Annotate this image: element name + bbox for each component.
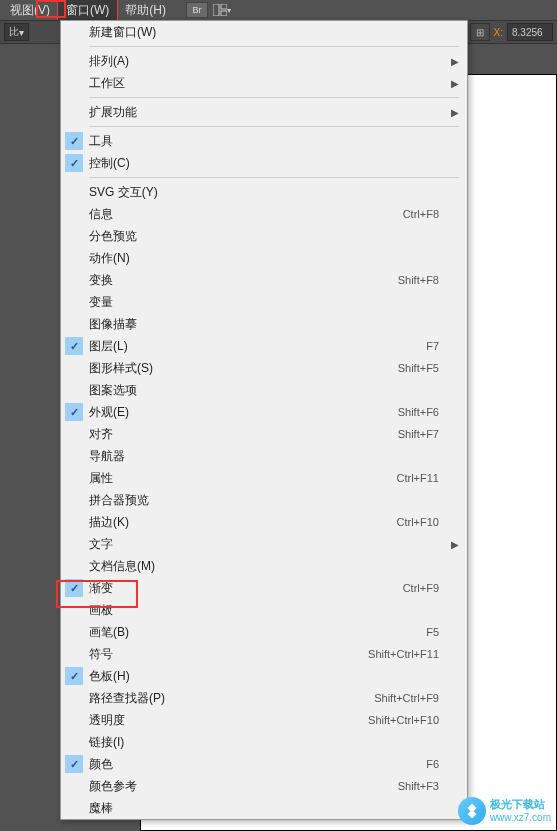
menu-item-label: 动作(N) xyxy=(87,250,447,267)
menu-item[interactable]: 拼合器预览 xyxy=(61,489,467,511)
menu-item-label: 信息 xyxy=(87,206,403,223)
menu-item[interactable]: 新建窗口(W) xyxy=(61,21,467,43)
menu-item-label: 导航器 xyxy=(87,448,447,465)
menu-item[interactable]: ✓图层(L)F7 xyxy=(61,335,467,357)
menu-item-label: 属性 xyxy=(87,470,397,487)
check-icon: ✓ xyxy=(65,667,83,685)
menu-item-label: 变换 xyxy=(87,272,398,289)
menu-item[interactable]: 对齐Shift+F7 xyxy=(61,423,467,445)
menu-item[interactable]: 图形样式(S)Shift+F5 xyxy=(61,357,467,379)
menu-view[interactable]: 视图(V) xyxy=(2,0,58,21)
menu-item[interactable]: 变换Shift+F8 xyxy=(61,269,467,291)
menu-item-label: 颜色参考 xyxy=(87,778,398,795)
menu-item[interactable]: 导航器 xyxy=(61,445,467,467)
menu-item[interactable]: 文档信息(M) xyxy=(61,555,467,577)
menu-item-label: 新建窗口(W) xyxy=(87,24,447,41)
menu-item-label: 变量 xyxy=(87,294,447,311)
menu-item[interactable]: 分色预览 xyxy=(61,225,467,247)
menu-item-label: 拼合器预览 xyxy=(87,492,447,509)
menu-item[interactable]: 魔棒 xyxy=(61,797,467,819)
x-value-field[interactable]: 8.3256 xyxy=(507,23,553,41)
menu-shortcut: Shift+Ctrl+F9 xyxy=(374,692,439,704)
menu-item-label: 色板(H) xyxy=(87,668,447,685)
menu-item-label: 扩展功能 xyxy=(87,104,447,121)
menu-item[interactable]: 图案选项 xyxy=(61,379,467,401)
menu-help[interactable]: 帮助(H) xyxy=(117,0,174,21)
menu-item-label: 控制(C) xyxy=(87,155,447,172)
menu-shortcut: Shift+F5 xyxy=(398,362,439,374)
menu-item-label: 工具 xyxy=(87,133,447,150)
watermark-url: www.xz7.com xyxy=(490,811,551,824)
menu-item[interactable]: SVG 交互(Y) xyxy=(61,181,467,203)
menu-item[interactable]: 颜色参考Shift+F3 xyxy=(61,775,467,797)
arrange-icon[interactable]: ▾ xyxy=(212,2,232,18)
submenu-arrow-icon: ▶ xyxy=(447,78,459,89)
menu-window[interactable]: 窗口(W) xyxy=(58,0,117,21)
menu-separator xyxy=(89,46,459,47)
menu-item[interactable]: 文字▶ xyxy=(61,533,467,555)
menu-item[interactable]: 变量 xyxy=(61,291,467,313)
submenu-arrow-icon: ▶ xyxy=(447,539,459,550)
check-icon: ✓ xyxy=(65,579,83,597)
menu-item[interactable]: 透明度Shift+Ctrl+F10 xyxy=(61,709,467,731)
menu-item[interactable]: ✓色板(H) xyxy=(61,665,467,687)
options-left[interactable]: 比 ▾ xyxy=(4,23,29,41)
menu-item[interactable]: 描边(K)Ctrl+F10 xyxy=(61,511,467,533)
menu-shortcut: F6 xyxy=(426,758,439,770)
menu-item-label: 颜色 xyxy=(87,756,426,773)
menu-item-label: 图层(L) xyxy=(87,338,426,355)
menu-shortcut: Shift+Ctrl+F11 xyxy=(368,648,439,660)
watermark: 极光下载站 www.xz7.com xyxy=(458,797,551,825)
menu-item-label: 描边(K) xyxy=(87,514,397,531)
menu-item-label: 图像描摹 xyxy=(87,316,447,333)
watermark-title: 极光下载站 xyxy=(490,798,551,811)
menu-item[interactable]: 图像描摹 xyxy=(61,313,467,335)
menu-item[interactable]: 扩展功能▶ xyxy=(61,101,467,123)
menubar: 视图(V) 窗口(W) 帮助(H) Br ▾ xyxy=(0,0,557,20)
menu-shortcut: Shift+F6 xyxy=(398,406,439,418)
menu-shortcut: F7 xyxy=(426,340,439,352)
menu-shortcut: Shift+F8 xyxy=(398,274,439,286)
transform-icon[interactable]: ⊞ xyxy=(470,23,490,41)
menu-shortcut: Shift+Ctrl+F10 xyxy=(368,714,439,726)
menu-item[interactable]: 属性Ctrl+F11 xyxy=(61,467,467,489)
menu-item[interactable]: 排列(A)▶ xyxy=(61,50,467,72)
menu-item[interactable]: 符号Shift+Ctrl+F11 xyxy=(61,643,467,665)
menu-item[interactable]: ✓颜色F6 xyxy=(61,753,467,775)
window-menu-dropdown: 新建窗口(W)排列(A)▶工作区▶扩展功能▶✓工具✓控制(C)SVG 交互(Y)… xyxy=(60,20,468,820)
menu-item[interactable]: 链接(I) xyxy=(61,731,467,753)
menu-shortcut: Ctrl+F10 xyxy=(397,516,440,528)
menu-shortcut: Shift+F7 xyxy=(398,428,439,440)
menu-item[interactable]: 画笔(B)F5 xyxy=(61,621,467,643)
submenu-arrow-icon: ▶ xyxy=(447,107,459,118)
menu-item[interactable]: ✓外观(E)Shift+F6 xyxy=(61,401,467,423)
menu-item-label: 透明度 xyxy=(87,712,368,729)
menu-item[interactable]: 路径查找器(P)Shift+Ctrl+F9 xyxy=(61,687,467,709)
watermark-logo-icon xyxy=(458,797,486,825)
menu-item-label: 对齐 xyxy=(87,426,398,443)
menu-item[interactable]: ✓工具 xyxy=(61,130,467,152)
menu-item[interactable]: 信息Ctrl+F8 xyxy=(61,203,467,225)
svg-rect-0 xyxy=(213,4,219,16)
menu-item[interactable]: ✓渐变Ctrl+F9 xyxy=(61,577,467,599)
check-icon: ✓ xyxy=(65,403,83,421)
menu-item-label: 图形样式(S) xyxy=(87,360,398,377)
menu-item-label: 魔棒 xyxy=(87,800,447,817)
menu-item-label: 分色预览 xyxy=(87,228,447,245)
check-icon: ✓ xyxy=(65,132,83,150)
menu-item-label: 外观(E) xyxy=(87,404,398,421)
bridge-button[interactable]: Br xyxy=(186,2,208,18)
menu-item[interactable]: 画板 xyxy=(61,599,467,621)
menu-item[interactable]: ✓控制(C) xyxy=(61,152,467,174)
menu-item-label: 工作区 xyxy=(87,75,447,92)
menu-shortcut: Ctrl+F11 xyxy=(397,472,440,484)
menu-shortcut: Ctrl+F8 xyxy=(403,208,439,220)
menu-shortcut: Shift+F3 xyxy=(398,780,439,792)
menu-item[interactable]: 工作区▶ xyxy=(61,72,467,94)
menu-item-label: 路径查找器(P) xyxy=(87,690,374,707)
menu-separator xyxy=(89,126,459,127)
menu-item-label: 画笔(B) xyxy=(87,624,426,641)
menu-item-label: 排列(A) xyxy=(87,53,447,70)
menu-item-label: 链接(I) xyxy=(87,734,447,751)
menu-item[interactable]: 动作(N) xyxy=(61,247,467,269)
